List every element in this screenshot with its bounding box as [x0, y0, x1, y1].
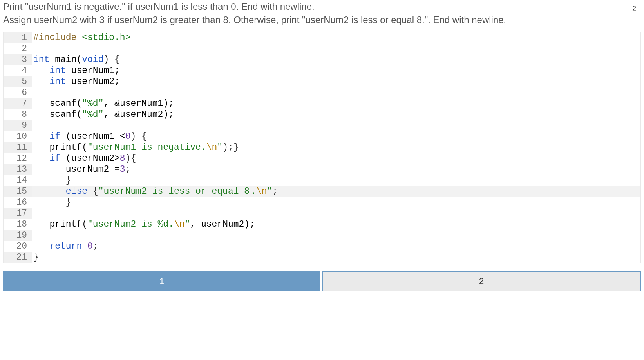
- line-number: 11: [4, 142, 32, 153]
- text-cursor: [250, 187, 250, 196]
- code-content[interactable]: userNum2 =3;: [32, 164, 640, 175]
- code-line[interactable]: 16 }: [4, 197, 640, 208]
- code-editor[interactable]: 1#include <stdio.h>23int main(void) {4 i…: [3, 32, 641, 263]
- instruction-line-2: Assign userNum2 with 3 if userNum2 is gr…: [3, 13, 641, 27]
- code-content[interactable]: if (userNum1 <0) {: [32, 131, 640, 142]
- line-number: 1: [4, 32, 32, 43]
- instruction-line-1: Print "userNum1 is negative." if userNum…: [3, 0, 641, 13]
- line-number: 4: [4, 65, 32, 76]
- tab-1[interactable]: 1: [3, 271, 320, 291]
- code-line[interactable]: 7 scanf("%d", &userNum1);: [4, 98, 640, 109]
- line-number: 20: [4, 241, 32, 252]
- code-content[interactable]: scanf("%d", &userNum1);: [32, 98, 640, 109]
- line-number: 5: [4, 76, 32, 87]
- line-number: 13: [4, 164, 32, 175]
- code-line[interactable]: 4 int userNum1;: [4, 65, 640, 76]
- line-number: 12: [4, 153, 32, 164]
- code-content[interactable]: }: [32, 175, 640, 186]
- code-line[interactable]: 15 else {"userNum2 is less or equal 8.\n…: [4, 186, 640, 197]
- code-line[interactable]: 21}: [4, 252, 640, 263]
- line-number: 15: [4, 186, 32, 197]
- line-number: 3: [4, 54, 32, 65]
- line-number: 7: [4, 98, 32, 109]
- top-right-attempt-badge: 2: [632, 5, 636, 13]
- code-line[interactable]: 3int main(void) {: [4, 54, 640, 65]
- code-line[interactable]: 2: [4, 43, 640, 54]
- line-number: 9: [4, 120, 32, 131]
- line-number: 10: [4, 131, 32, 142]
- code-content[interactable]: int userNum2;: [32, 76, 640, 87]
- code-content[interactable]: #include <stdio.h>: [32, 32, 640, 43]
- line-number: 2: [4, 43, 32, 54]
- code-content[interactable]: else {"userNum2 is less or equal 8.\n";: [32, 186, 640, 197]
- code-line[interactable]: 10 if (userNum1 <0) {: [4, 131, 640, 142]
- line-number: 21: [4, 252, 32, 263]
- line-number: 6: [4, 87, 32, 98]
- test-case-tabs: 1 2: [3, 271, 641, 291]
- line-number: 18: [4, 219, 32, 230]
- code-line[interactable]: 8 scanf("%d", &userNum2);: [4, 109, 640, 120]
- line-number: 8: [4, 109, 32, 120]
- code-content[interactable]: if (userNum2>8){: [32, 153, 640, 164]
- code-line[interactable]: 14 }: [4, 175, 640, 186]
- code-line[interactable]: 17: [4, 208, 640, 219]
- code-line[interactable]: 13 userNum2 =3;: [4, 164, 640, 175]
- code-content[interactable]: printf("userNum2 is %d.\n", userNum2);: [32, 219, 640, 230]
- code-line[interactable]: 11 printf("userNum1 is negative.\n");}: [4, 142, 640, 153]
- line-number: 14: [4, 175, 32, 186]
- code-line[interactable]: 20 return 0;: [4, 241, 640, 252]
- code-line[interactable]: 18 printf("userNum2 is %d.\n", userNum2)…: [4, 219, 640, 230]
- line-number: 16: [4, 197, 32, 208]
- code-line[interactable]: 5 int userNum2;: [4, 76, 640, 87]
- code-content[interactable]: int main(void) {: [32, 54, 640, 65]
- line-number: 17: [4, 208, 32, 219]
- code-content[interactable]: return 0;: [32, 241, 640, 252]
- code-line[interactable]: 6: [4, 87, 640, 98]
- code-content[interactable]: scanf("%d", &userNum2);: [32, 109, 640, 120]
- code-line[interactable]: 12 if (userNum2>8){: [4, 153, 640, 164]
- code-line[interactable]: 1#include <stdio.h>: [4, 32, 640, 43]
- line-number: 19: [4, 230, 32, 241]
- tab-2[interactable]: 2: [322, 271, 641, 291]
- code-content[interactable]: printf("userNum1 is negative.\n");}: [32, 142, 640, 153]
- code-content[interactable]: }: [32, 252, 640, 263]
- code-line[interactable]: 9: [4, 120, 640, 131]
- problem-instructions: Print "userNum1 is negative." if userNum…: [0, 0, 644, 32]
- code-content[interactable]: }: [32, 197, 640, 208]
- code-line[interactable]: 19: [4, 230, 640, 241]
- code-content[interactable]: int userNum1;: [32, 65, 640, 76]
